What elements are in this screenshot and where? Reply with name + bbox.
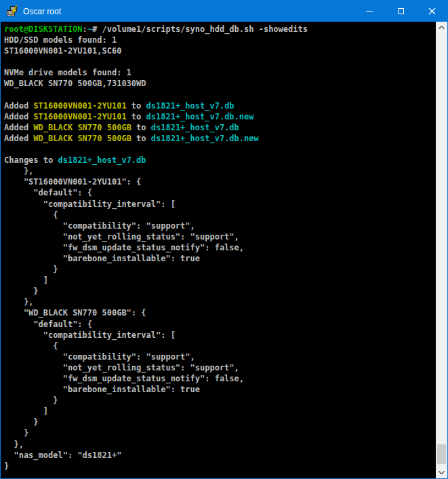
terminal-line: HDD/SSD models found: 1 xyxy=(4,35,436,45)
terminal-line: Added WD_BLACK SN770 500GB to ds1821+_ho… xyxy=(4,133,436,144)
maximize-button[interactable] xyxy=(385,1,416,22)
terminal-line: ] xyxy=(4,406,436,417)
terminal-line: { xyxy=(4,341,436,351)
terminal-line: }, xyxy=(4,296,436,307)
window-controls xyxy=(354,1,447,22)
terminal-line: Added WD_BLACK SN770 500GB to ds1821+_ho… xyxy=(4,122,436,133)
terminal-line: Added ST16000VN001-2YU101 to ds1821+_hos… xyxy=(4,111,436,122)
client-area: root@DISKSTATION:~# /volume1/scripts/syn… xyxy=(1,22,447,478)
terminal-line: } xyxy=(4,286,436,296)
terminal-line: "default": { xyxy=(4,319,436,330)
putty-icon xyxy=(6,5,20,18)
terminal-line: "compatibility": "support", xyxy=(4,351,436,362)
scrollbar-thumb[interactable] xyxy=(437,444,446,464)
terminal-line: root@DISKSTATION:~# /volume1/scripts/syn… xyxy=(4,24,436,35)
terminal-line: } xyxy=(4,264,436,275)
terminal-line xyxy=(4,90,436,100)
terminal-line: { xyxy=(4,210,436,221)
window-title: Oscar root xyxy=(23,7,61,16)
terminal-line: "compatibility_interval": [ xyxy=(4,199,436,210)
terminal-line: "barebone_installable": true xyxy=(4,384,436,395)
terminal-line: }, xyxy=(4,439,436,450)
terminal-line: "compatibility": "support", xyxy=(4,221,436,231)
scroll-up-button[interactable] xyxy=(436,22,447,33)
terminal-line: "fw_dsm_update_status_notify": false, xyxy=(4,242,436,253)
maximize-icon xyxy=(398,8,404,14)
minimize-icon xyxy=(366,11,373,12)
close-button[interactable] xyxy=(416,1,447,22)
terminal-line: "fw_dsm_update_status_notify": false, xyxy=(4,373,436,384)
terminal-line: WD_BLACK SN770 500GB,731030WD xyxy=(4,78,436,89)
terminal-line: } xyxy=(4,417,436,427)
putty-window: Oscar root root@DISKSTATION:~# /volume1/… xyxy=(0,0,448,479)
terminal-line: } xyxy=(4,395,436,406)
close-icon xyxy=(428,7,436,15)
terminal-line: "nas_model": "ds1821+" xyxy=(4,450,436,461)
scroll-down-icon xyxy=(439,471,445,474)
terminal-line: Changes to ds1821+_host_v7.db xyxy=(4,155,436,166)
terminal-line: "not_yet_rolling_status": "support", xyxy=(4,362,436,373)
terminal-line: }, xyxy=(4,166,436,176)
scroll-up-icon xyxy=(439,26,445,29)
terminal-line xyxy=(4,56,436,67)
terminal-line: "default": { xyxy=(4,187,436,198)
minimize-button[interactable] xyxy=(354,1,385,22)
terminal-line: NVMe drive models found: 1 xyxy=(4,67,436,78)
terminal-line: Added ST16000VN001-2YU101 to ds1821+_hos… xyxy=(4,100,436,111)
terminal-output[interactable]: root@DISKSTATION:~# /volume1/scripts/syn… xyxy=(1,22,436,478)
scroll-down-button[interactable] xyxy=(436,467,447,478)
terminal-line: "barebone_installable": true xyxy=(4,253,436,264)
terminal-line: ST16000VN001-2YU101,SC60 xyxy=(4,45,436,56)
terminal-line: } xyxy=(4,461,436,472)
terminal-line: "not_yet_rolling_status": "support", xyxy=(4,231,436,242)
title-bar[interactable]: Oscar root xyxy=(1,1,447,22)
terminal-line: } xyxy=(4,427,436,438)
terminal-line xyxy=(4,144,436,155)
terminal-line: "WD_BLACK SN770 500GB": { xyxy=(4,307,436,318)
terminal-line: "ST16000VN001-2YU101": { xyxy=(4,176,436,187)
scrollbar[interactable] xyxy=(436,22,447,478)
terminal-line: "compatibility_interval": [ xyxy=(4,330,436,341)
terminal-line: ] xyxy=(4,275,436,286)
